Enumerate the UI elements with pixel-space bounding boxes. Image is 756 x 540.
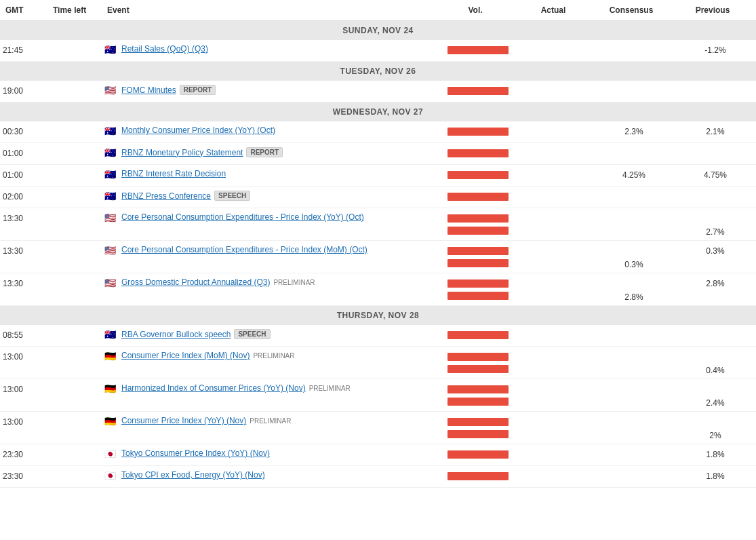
event-link[interactable]: Consumer Price Index (YoY) (Nov)	[121, 416, 246, 425]
vol-bar	[447, 418, 509, 426]
section-header-2: WEDNESDAY, NOV 27	[0, 102, 756, 121]
event-line: 🇯🇵Tokyo CPI ex Food, Energy (YoY) (Nov)	[104, 470, 435, 480]
gmt-cell: 13:30	[0, 241, 47, 258]
event-cell: 🇩🇪Consumer Price Index (YoY) (Nov)PRELIM…	[102, 412, 437, 428]
event-link[interactable]: Harmonized Index of Consumer Prices (YoY…	[121, 383, 306, 393]
event-link[interactable]: RBNZ Press Conference	[121, 191, 211, 201]
flag-icon: 🇯🇵	[104, 449, 118, 458]
event-row: 21:45🇦🇺Retail Sales (QoQ) (Q3)-1.2%	[0, 40, 756, 62]
vol-cell	[437, 347, 519, 376]
actual-cell	[519, 208, 593, 216]
timeleft-cell	[47, 81, 102, 89]
event-link[interactable]: Core Personal Consumption Expenditures -…	[121, 245, 367, 254]
event-link[interactable]: Consumer Price Index (MoM) (Nov)	[121, 351, 250, 360]
event-row: 13:00🇩🇪Consumer Price Index (YoY) (Nov)P…	[0, 412, 756, 444]
previous-cell	[675, 143, 756, 151]
event-badge: REPORT	[246, 147, 283, 157]
event-line: 🇦🇺RBA Governor Bullock speechSPEECH	[104, 329, 435, 339]
previous-cell: 2.1%	[675, 121, 756, 139]
timeleft-cell	[47, 241, 102, 249]
previous-cell: 1.8%	[675, 444, 756, 462]
header-event: Event	[104, 4, 435, 16]
consensus-cell	[593, 466, 675, 474]
previous-cell: 0.4%	[675, 347, 756, 378]
event-row: 13:30🇺🇸Core Personal Consumption Expendi…	[0, 208, 756, 241]
event-link[interactable]: FOMC Minutes	[121, 85, 176, 95]
timeleft-cell	[47, 40, 102, 48]
vol-bar-2	[447, 227, 509, 235]
vol-bar	[447, 193, 509, 201]
consensus-cell	[593, 208, 675, 216]
flag-icon: 🇺🇸	[104, 246, 118, 254]
previous-cell: 1.8%	[675, 466, 756, 484]
event-cell: 🇦🇺RBA Governor Bullock speechSPEECH	[102, 325, 437, 342]
event-row: 00:30🇦🇺Monthly Consumer Price Index (YoY…	[0, 121, 756, 143]
vol-cell	[437, 325, 519, 342]
event-row: 19:00🇺🇸FOMC MinutesREPORT	[0, 81, 756, 102]
event-cell: 🇺🇸Core Personal Consumption Expenditures…	[102, 208, 437, 225]
section-header-0: SUNDAY, NOV 24	[0, 21, 756, 40]
vol-cell	[437, 81, 519, 98]
event-badge: SPEECH	[214, 191, 250, 201]
previous-cell: 2.4%	[675, 379, 756, 410]
event-line: 🇩🇪Consumer Price Index (YoY) (Nov)PRELIM…	[104, 416, 435, 425]
vol-bar	[447, 128, 509, 136]
previous-cell: 2.8%	[675, 273, 756, 291]
event-line: 🇦🇺Retail Sales (QoQ) (Q3)	[104, 44, 435, 54]
event-preliminary: PRELIMINAR	[273, 279, 315, 286]
event-link[interactable]: Monthly Consumer Price Index (YoY) (Oct)	[121, 126, 275, 135]
flag-icon: 🇯🇵	[104, 471, 118, 480]
event-line: 🇺🇸Core Personal Consumption Expenditures…	[104, 212, 435, 222]
header-gmt: GMT	[3, 4, 50, 16]
vol-bar	[447, 87, 509, 95]
consensus-cell	[593, 143, 675, 151]
vol-bar	[447, 46, 509, 54]
gmt-cell: 23:30	[0, 444, 47, 462]
consensus-cell	[593, 412, 675, 420]
consensus-cell	[593, 187, 675, 195]
event-preliminary: PRELIMINAR	[250, 417, 291, 425]
actual-cell	[519, 466, 593, 474]
vol-bar-2	[447, 430, 509, 438]
event-line: 🇯🇵Tokyo Consumer Price Index (YoY) (Nov)	[104, 448, 435, 458]
timeleft-cell	[47, 379, 102, 387]
gmt-cell: 13:30	[0, 208, 47, 226]
actual-cell	[519, 273, 593, 282]
flag-icon: 🇦🇺	[104, 126, 118, 135]
economic-calendar: GMT Time left Event Vol. Actual Consensu…	[0, 0, 756, 488]
timeleft-cell	[47, 325, 102, 333]
vol-cell	[437, 143, 519, 160]
actual-cell	[519, 379, 593, 387]
event-link[interactable]: RBNZ Monetary Policy Statement	[121, 148, 243, 157]
flag-icon: 🇦🇺	[104, 191, 118, 200]
event-preliminary: PRELIMINAR	[309, 385, 351, 392]
event-row: 01:00🇦🇺RBNZ Interest Rate Decision4.25%4…	[0, 165, 756, 187]
event-link[interactable]: Gross Domestic Product Annualized (Q3)	[121, 277, 270, 287]
event-cell: 🇦🇺RBNZ Interest Rate Decision	[102, 165, 437, 181]
event-line: 🇦🇺RBNZ Press ConferenceSPEECH	[104, 191, 435, 201]
event-link[interactable]: RBNZ Interest Rate Decision	[121, 169, 226, 178]
vol-bar-2	[447, 292, 509, 300]
actual-cell	[519, 143, 593, 151]
event-line: 🇺🇸Core Personal Consumption Expenditures…	[104, 245, 435, 254]
actual-cell	[519, 412, 593, 420]
vol-bar	[447, 171, 509, 179]
event-link[interactable]: Core Personal Consumption Expenditures -…	[121, 212, 364, 222]
actual-cell	[519, 187, 593, 195]
vol-cell	[437, 187, 519, 204]
event-cell: 🇩🇪Consumer Price Index (MoM) (Nov)PRELIM…	[102, 347, 437, 363]
previous-cell: -1.2%	[675, 40, 756, 58]
event-link[interactable]: Retail Sales (QoQ) (Q3)	[121, 44, 208, 54]
timeleft-cell	[47, 347, 102, 355]
event-link[interactable]: RBA Governor Bullock speech	[121, 330, 231, 339]
consensus-cell	[593, 347, 675, 355]
previous-cell: 4.75%	[675, 165, 756, 182]
previous-cell	[675, 187, 756, 195]
event-link[interactable]: Tokyo CPI ex Food, Energy (YoY) (Nov)	[121, 470, 265, 480]
event-link[interactable]: Tokyo Consumer Price Index (YoY) (Nov)	[121, 448, 270, 458]
vol-cell	[437, 165, 519, 182]
event-row: 23:30🇯🇵Tokyo Consumer Price Index (YoY) …	[0, 444, 756, 466]
flag-icon: 🇺🇸	[104, 213, 118, 222]
timeleft-cell	[47, 444, 102, 452]
event-cell: 🇺🇸Core Personal Consumption Expenditures…	[102, 241, 437, 257]
